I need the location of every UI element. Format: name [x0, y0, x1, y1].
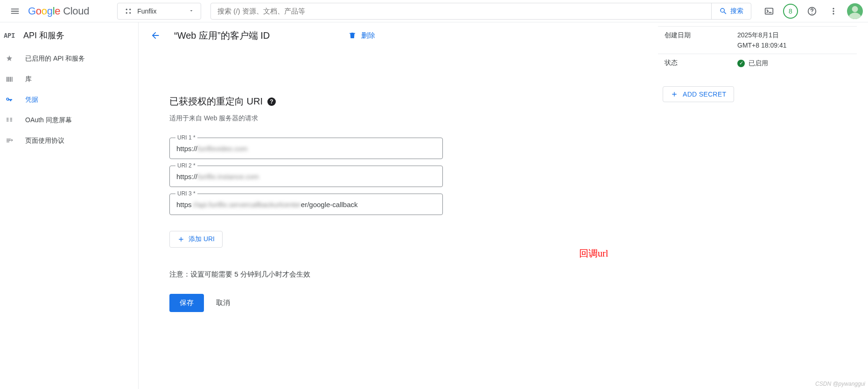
svg-point-1	[129, 8, 131, 10]
cancel-button[interactable]: 取消	[216, 299, 230, 307]
help-icon[interactable]	[803, 2, 821, 21]
sidebar-item-label: 凭据	[25, 96, 38, 104]
uri-fields: URI 1 * https://funflixvideo.com URI 2 *…	[169, 138, 443, 215]
main: “Web 应用”的客户端 ID 删除 已获授权的重定向 URI ? 适用于来自 …	[139, 22, 868, 389]
back-button[interactable]	[150, 30, 161, 41]
delete-label: 删除	[361, 31, 375, 40]
svg-point-3	[129, 12, 131, 14]
account-avatar[interactable]	[846, 2, 864, 21]
sidebar: API API 和服务 已启用的 API 和服务 库 凭据 OAuth 同意	[0, 22, 139, 389]
uri-input-2[interactable]	[170, 166, 442, 187]
library-icon	[0, 75, 19, 83]
page-toolbar: “Web 应用”的客户端 ID 删除	[150, 22, 658, 49]
svg-point-0	[126, 8, 127, 10]
callback-annotation: 回调url	[579, 247, 608, 260]
sidebar-item-label: 页面使用协议	[25, 137, 64, 145]
project-icon	[124, 7, 133, 15]
hamburger-menu-icon[interactable]	[4, 0, 26, 22]
uri-field-1[interactable]: URI 1 * https://funflixvideo.com	[169, 138, 443, 159]
status-value: 已启用	[737, 59, 768, 68]
terms-icon	[0, 137, 19, 145]
sidebar-item-label: 已启用的 API 和服务	[25, 55, 85, 63]
uri-label-2: URI 2 *	[175, 162, 197, 169]
plus-icon	[671, 90, 678, 98]
search-button-label: 搜索	[730, 7, 743, 15]
project-picker[interactable]: Funflix	[117, 3, 201, 20]
svg-point-7	[833, 10, 834, 12]
sidebar-item-terms[interactable]: 页面使用协议	[0, 131, 138, 151]
form-area: 已获授权的重定向 URI ? 适用于来自 Web 服务器的请求 URI 1 * …	[169, 95, 505, 312]
google-cloud-logo[interactable]: Google Cloud	[28, 5, 89, 17]
uri-field-3[interactable]: URI 3 * https://api.funflix.servercallba…	[169, 194, 443, 215]
section-title: 已获授权的重定向 URI ?	[169, 95, 505, 108]
created-value-1: 2025年8月1日	[737, 31, 857, 40]
section-subtitle: 适用于来自 Web 服务器的请求	[169, 114, 505, 123]
add-secret-label: ADD SECRET	[683, 90, 726, 98]
notifications-badge[interactable]: 8	[781, 2, 800, 21]
uri-label-3: URI 3 *	[175, 190, 197, 197]
content: “Web 应用”的客户端 ID 删除 已获授权的重定向 URI ? 适用于来自 …	[139, 22, 658, 389]
sidebar-item-enabled-apis[interactable]: 已启用的 API 和服务	[0, 49, 138, 69]
uri-label-1: URI 1 *	[175, 134, 197, 141]
uri-field-2[interactable]: URI 2 * https://funflix.instance.com	[169, 166, 443, 187]
key-icon	[0, 96, 19, 104]
info-row-status: 状态 已启用	[658, 54, 857, 72]
search-bar: 搜索	[210, 3, 751, 20]
badge-count: 8	[783, 4, 798, 19]
add-secret-button[interactable]: ADD SECRET	[663, 86, 734, 102]
help-icon[interactable]: ?	[267, 97, 276, 106]
created-label: 创建日期	[658, 31, 737, 49]
top-actions: 8	[760, 2, 864, 21]
delete-button[interactable]: 删除	[348, 31, 375, 40]
enabled-apis-icon	[0, 55, 19, 63]
note-text: 注意：设置可能需要 5 分钟到几小时才会生效	[169, 270, 505, 279]
arrow-left-icon	[150, 30, 161, 41]
info-panel: 创建日期 2025年8月1日 GMT+8 18:09:41 状态 已启用 ADD…	[658, 22, 868, 389]
created-value-2: GMT+8 18:09:41	[737, 42, 857, 49]
sidebar-title: API 和服务	[23, 30, 64, 41]
svg-point-8	[833, 13, 834, 14]
sidebar-header: API API 和服务	[0, 22, 138, 49]
sidebar-item-label: OAuth 同意屏幕	[25, 116, 72, 125]
more-icon[interactable]	[824, 2, 843, 21]
cloud-shell-icon[interactable]	[760, 2, 778, 21]
add-uri-label: 添加 URI	[189, 235, 215, 243]
save-button[interactable]: 保存	[169, 294, 204, 312]
cloud-label: Cloud	[63, 5, 89, 17]
sidebar-item-library[interactable]: 库	[0, 69, 138, 90]
caret-down-icon	[189, 7, 194, 15]
api-logo-icon: API	[0, 32, 19, 39]
search-button[interactable]: 搜索	[711, 3, 751, 19]
uri-input-3[interactable]	[170, 194, 442, 215]
svg-rect-4	[765, 8, 773, 14]
top-bar: Google Cloud Funflix 搜索 8	[0, 0, 868, 22]
form-actions: 保存 取消	[169, 294, 505, 312]
page-title: “Web 应用”的客户端 ID	[174, 29, 270, 42]
search-input[interactable]	[211, 3, 711, 19]
plus-icon	[177, 236, 185, 243]
svg-point-6	[833, 7, 834, 9]
status-label: 状态	[658, 59, 737, 68]
sidebar-item-credentials[interactable]: 凭据	[0, 90, 138, 110]
info-row-created: 创建日期 2025年8月1日 GMT+8 18:09:41	[658, 27, 857, 54]
section-title-text: 已获授权的重定向 URI	[169, 95, 263, 108]
trash-icon	[348, 31, 357, 40]
avatar-icon	[847, 3, 863, 19]
search-icon	[719, 7, 728, 15]
consent-icon	[0, 116, 19, 125]
sidebar-item-oauth-consent[interactable]: OAuth 同意屏幕	[0, 110, 138, 131]
uri-input-1[interactable]	[170, 138, 442, 159]
svg-point-2	[126, 12, 127, 14]
sidebar-item-label: 库	[25, 75, 32, 83]
watermark: CSDN @pywanggui	[815, 381, 865, 387]
add-uri-button[interactable]: 添加 URI	[169, 231, 223, 248]
project-name: Funflix	[137, 7, 184, 15]
